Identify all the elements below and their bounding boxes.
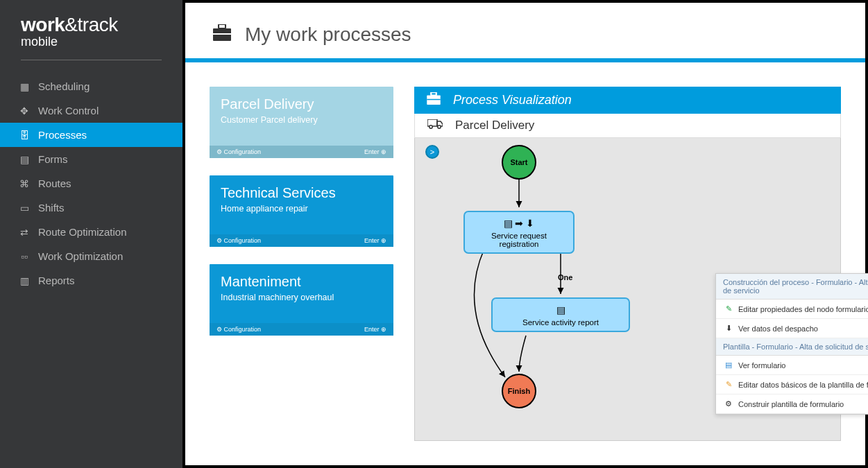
context-menu: Construcción del proceso - Formulario - …	[715, 273, 868, 415]
sidebar-item-route-optimization[interactable]: ⇄Route Optimization	[0, 220, 182, 244]
node-icons: ▤ ➡ ⬇	[472, 218, 566, 229]
finish-label: Finish	[508, 387, 530, 395]
card-subtitle: Customer Parcel delivery	[221, 115, 382, 125]
process-cards-list: Parcel DeliveryCustomer Parcel delivery⚙…	[210, 87, 393, 441]
flowchart-node-service-request[interactable]: ▤ ➡ ⬇ Service request registration	[463, 211, 575, 254]
ctx-menu-item[interactable]: ✎Editar propiedades del nodo formulario	[716, 300, 868, 319]
processes-icon: 🗄	[17, 130, 31, 141]
node-label: Service request registration	[472, 232, 566, 248]
card-enter-link[interactable]: Enter ⊕	[364, 326, 386, 333]
work-optimization-icon: ▫▫	[17, 251, 31, 262]
process-card[interactable]: MantenimentIndustrial machinery overhaul…	[210, 264, 393, 336]
route-optimization-icon: ⇄	[17, 227, 31, 238]
svg-point-7	[429, 125, 432, 128]
sidebar-item-reports[interactable]: ▥Reports	[0, 268, 182, 293]
scheduling-icon: ▦	[17, 81, 31, 92]
start-label: Start	[510, 158, 527, 166]
ctx-section2-header: Plantilla - Formulario - Alta de solicit…	[716, 338, 868, 356]
card-config-link[interactable]: ⚙ Configuration	[216, 237, 261, 244]
svg-rect-6	[427, 119, 437, 126]
sidebar-item-label: Shifts	[38, 202, 65, 214]
shifts-icon: ▭	[17, 202, 31, 214]
viz-subheader: Parcel Delivery	[414, 114, 841, 138]
sidebar-item-scheduling[interactable]: ▦Scheduling	[0, 74, 182, 98]
page-header: My work processes	[185, 3, 865, 62]
briefcase-icon	[427, 92, 441, 108]
sidebar-item-label: Work Control	[38, 105, 99, 116]
card-config-link[interactable]: ⚙ Configuration	[216, 148, 261, 155]
sidebar-item-label: Route Optimization	[38, 226, 127, 238]
svg-rect-4	[431, 92, 436, 96]
sidebar-item-work-control[interactable]: ✥Work Control	[0, 98, 182, 123]
brand-logo: work&track mobile	[21, 14, 162, 60]
ctx-menu-item[interactable]: ✎Editar datos básicos de la plantilla de…	[716, 375, 868, 395]
sidebar-item-label: Processes	[38, 129, 87, 141]
ctx-section1-header: Construcción del proceso - Formulario - …	[716, 274, 868, 300]
sidebar-item-processes[interactable]: 🗄Processes	[0, 123, 182, 147]
node-label: Service activity report	[500, 318, 622, 327]
sidebar-item-label: Forms	[38, 153, 68, 165]
edge-label-one: One	[558, 273, 572, 281]
forms-icon: ▤	[17, 154, 31, 165]
brand-word2: &track	[65, 14, 117, 35]
ctx-item-label: Ver formulario	[738, 361, 785, 370]
card-subtitle: Industrial machinery overhaul	[221, 293, 382, 302]
briefcase-icon	[213, 24, 231, 45]
truck-icon	[427, 119, 443, 132]
ctx-item-icon: ▤	[723, 361, 734, 370]
flowchart-start-node[interactable]: Start	[502, 145, 536, 180]
ctx-item-label: Editar datos básicos de la plantilla de …	[738, 381, 868, 389]
ctx-item-icon: ✎	[723, 380, 734, 389]
routes-icon: ⌘	[17, 178, 31, 189]
sidebar-item-label: Reports	[38, 275, 75, 286]
sidebar-item-label: Routes	[38, 177, 71, 189]
card-config-link[interactable]: ⚙ Configuration	[216, 326, 261, 333]
brand-subtitle: mobile	[21, 35, 162, 49]
card-title: Manteniment	[221, 274, 382, 290]
sidebar-item-routes[interactable]: ⌘Routes	[0, 171, 182, 196]
sidebar-nav: ▦Scheduling✥Work Control🗄Processes▤Forms…	[0, 74, 182, 293]
sidebar-item-label: Work Optimization	[38, 250, 123, 262]
card-subtitle: Home appliance repair	[221, 204, 382, 214]
page-title: My work processes	[245, 24, 411, 46]
flowchart-canvas[interactable]: > One Start ▤ ➡ ⬇ Service request regist…	[414, 138, 841, 441]
ctx-menu-item[interactable]: ⚙Construir plantilla de formulario	[716, 395, 868, 414]
sidebar-item-shifts[interactable]: ▭Shifts	[0, 196, 182, 220]
flowchart-finish-node[interactable]: Finish	[502, 374, 536, 408]
process-card[interactable]: Technical ServicesHome appliance repair⚙…	[210, 175, 393, 247]
ctx-item-label: Editar propiedades del nodo formulario	[738, 305, 868, 313]
main-panel: My work processes Parcel DeliveryCustome…	[185, 3, 865, 465]
card-title: Parcel Delivery	[221, 96, 382, 112]
svg-rect-2	[213, 33, 231, 35]
viz-header: Process Visualization	[414, 87, 841, 114]
ctx-item-icon: ✎	[723, 304, 734, 313]
svg-rect-1	[219, 24, 225, 28]
canvas-toggle-button[interactable]: >	[425, 145, 439, 159]
sidebar-item-label: Scheduling	[38, 80, 90, 92]
brand-word1: work	[21, 14, 65, 35]
node-icons: ▤	[500, 304, 622, 315]
card-enter-link[interactable]: Enter ⊕	[364, 148, 386, 155]
ctx-item-icon: ⚙	[723, 399, 734, 408]
process-visualization-panel: Process Visualization Parcel Delivery > …	[414, 87, 841, 441]
sidebar-item-work-optimization[interactable]: ▫▫Work Optimization	[0, 244, 182, 268]
ctx-item-label: Ver datos del despacho	[738, 324, 818, 333]
sidebar-item-forms[interactable]: ▤Forms	[0, 147, 182, 171]
viz-header-title: Process Visualization	[453, 93, 572, 107]
viz-subtitle: Parcel Delivery	[455, 119, 534, 132]
process-card[interactable]: Parcel DeliveryCustomer Parcel delivery⚙…	[210, 87, 393, 158]
svg-point-8	[438, 125, 441, 128]
ctx-menu-item[interactable]: ▤Ver formulario	[716, 356, 868, 375]
card-enter-link[interactable]: Enter ⊕	[364, 237, 386, 244]
svg-rect-5	[427, 99, 441, 101]
flowchart-node-service-activity[interactable]: ▤ Service activity report	[491, 297, 630, 332]
card-title: Technical Services	[221, 185, 382, 201]
ctx-item-icon: ⬇	[723, 324, 734, 333]
ctx-menu-item[interactable]: ⬇Ver datos del despacho	[716, 319, 868, 338]
ctx-item-label: Construir plantilla de formulario	[738, 400, 844, 408]
sidebar: work&track mobile ▦Scheduling✥Work Contr…	[0, 0, 182, 468]
content-area: Parcel DeliveryCustomer Parcel delivery⚙…	[185, 62, 865, 465]
work-control-icon: ✥	[17, 105, 31, 116]
reports-icon: ▥	[17, 275, 31, 286]
